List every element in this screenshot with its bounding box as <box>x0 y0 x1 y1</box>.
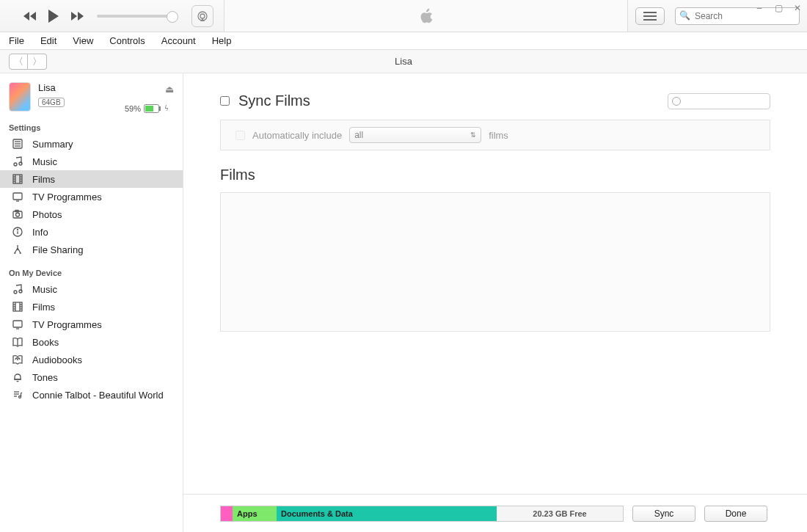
sidebar-settings-item-music[interactable]: Music <box>0 153 183 170</box>
list-view-button[interactable] <box>635 7 665 25</box>
nav-title: Lisa <box>395 56 412 67</box>
svg-rect-7 <box>145 106 153 112</box>
done-button[interactable]: Done <box>704 506 767 522</box>
sidebar-item-label: TV Programmes <box>32 192 102 203</box>
volume-slider[interactable] <box>97 15 174 18</box>
book-icon <box>12 336 23 348</box>
menu-account[interactable]: Account <box>158 34 199 48</box>
window-maximize[interactable]: ▢ <box>773 3 784 13</box>
main-pane: Sync Films Automatically include all ⇅ f… <box>183 73 807 532</box>
next-button[interactable] <box>69 8 85 24</box>
svg-point-33 <box>14 291 17 294</box>
charging-icon: ϟ <box>164 105 169 112</box>
sidebar-device-item-audiobooks[interactable]: Audiobooks <box>0 351 183 368</box>
svg-rect-2 <box>643 12 657 13</box>
sidebar-item-label: Films <box>32 302 55 313</box>
sidebar-device-item-tv-programmes[interactable]: TV Programmes <box>0 316 183 333</box>
tv-icon <box>12 191 23 203</box>
sidebar-device-item-books[interactable]: Books <box>0 333 183 351</box>
storage-seg-docs: Documents & Data <box>277 506 497 521</box>
films-icon <box>12 173 23 185</box>
storage-seg-free: 20.23 GB Free <box>497 506 623 521</box>
menu-view[interactable]: View <box>70 34 96 48</box>
battery-percent: 59% <box>125 104 141 113</box>
airplay-button[interactable] <box>191 5 213 27</box>
sidebar-item-label: Music <box>32 284 57 295</box>
sidebar-settings-item-summary[interactable]: Summary <box>0 135 183 153</box>
sidebar-settings-item-info[interactable]: Info <box>0 223 183 241</box>
sidebar-item-label: Books <box>32 337 59 348</box>
svg-point-26 <box>16 213 20 216</box>
sidebar-device-item-tones[interactable]: Tones <box>0 368 183 386</box>
play-button[interactable] <box>45 8 62 24</box>
menu-help[interactable]: Help <box>209 34 235 48</box>
sidebar-item-label: Audiobooks <box>32 354 82 365</box>
previous-button[interactable] <box>22 8 38 24</box>
nav-forward-button[interactable]: 〉 <box>28 54 47 70</box>
sidebar-header-device: On My Device <box>0 258 183 280</box>
storage-seg-apps: Apps <box>233 506 277 521</box>
svg-point-1 <box>200 14 205 18</box>
playlist-icon <box>12 389 23 401</box>
device-thumbnail-icon <box>9 82 31 112</box>
sidebar-device-item-music[interactable]: Music <box>0 280 183 298</box>
sidebar-device-item-films[interactable]: Films <box>0 298 183 316</box>
window-controls: – ▢ ✕ <box>754 3 803 13</box>
music-icon <box>12 283 23 295</box>
auto-include-bar: Automatically include all ⇅ films <box>220 120 770 150</box>
now-playing-panel <box>224 0 628 32</box>
storage-seg-other <box>221 506 233 521</box>
nav-back-button[interactable]: 〈 <box>9 54 28 70</box>
sidebar-item-label: Photos <box>32 209 62 220</box>
bottom-bar: Apps Documents & Data 20.23 GB Free Sync… <box>183 494 807 532</box>
storage-bar[interactable]: Apps Documents & Data 20.23 GB Free <box>220 506 624 522</box>
tv-icon <box>12 318 23 330</box>
svg-point-47 <box>17 359 18 360</box>
sidebar: Lisa 64GB ⏏ 59% ϟ Settings SummaryMusicF… <box>0 73 183 532</box>
films-search-input[interactable] <box>668 93 770 109</box>
window-close[interactable]: ✕ <box>792 3 803 13</box>
info-icon <box>12 226 23 238</box>
chevron-updown-icon: ⇅ <box>470 131 476 139</box>
auto-include-value: all <box>354 130 363 140</box>
window-minimize[interactable]: – <box>754 3 764 13</box>
sidebar-item-label: Summary <box>32 139 73 150</box>
sync-films-checkbox[interactable] <box>220 96 230 106</box>
films-list-box <box>220 192 770 332</box>
sync-films-title: Sync Films <box>238 92 310 109</box>
sidebar-item-label: Films <box>32 174 55 185</box>
sidebar-settings-item-file-sharing[interactable]: File Sharing <box>0 241 183 258</box>
sync-button[interactable]: Sync <box>632 506 695 522</box>
svg-rect-6 <box>159 106 161 111</box>
sidebar-item-label: Info <box>32 227 48 238</box>
films-icon <box>12 301 23 313</box>
menu-file[interactable]: File <box>6 34 27 48</box>
svg-point-34 <box>19 290 22 293</box>
svg-rect-4 <box>643 19 657 21</box>
bell-icon <box>12 371 23 383</box>
films-heading: Films <box>220 167 770 183</box>
sidebar-item-label: Tones <box>32 372 58 383</box>
menu-edit[interactable]: Edit <box>37 34 59 48</box>
battery-icon <box>144 104 161 113</box>
sidebar-item-label: TV Programmes <box>32 319 102 330</box>
eject-icon[interactable]: ⏏ <box>165 84 174 95</box>
svg-rect-44 <box>13 321 22 327</box>
apple-logo-icon <box>418 7 434 26</box>
sidebar-settings-item-films[interactable]: Films <box>0 170 183 188</box>
sidebar-header-settings: Settings <box>0 113 183 135</box>
sidebar-settings-item-tv-programmes[interactable]: TV Programmes <box>0 188 183 205</box>
svg-point-12 <box>14 163 17 166</box>
device-battery: 59% ϟ <box>125 104 169 113</box>
menu-controls[interactable]: Controls <box>106 34 147 48</box>
sidebar-device-item-connie-talbot-beautiful-world[interactable]: Connie Talbot - Beautiful World <box>0 386 183 404</box>
auto-include-select[interactable]: all ⇅ <box>349 127 481 143</box>
svg-point-13 <box>19 162 22 165</box>
player-toolbar: 🔍 – ▢ ✕ <box>0 0 807 32</box>
auto-include-pre: Automatically include <box>252 130 342 141</box>
auto-include-checkbox <box>235 131 245 140</box>
sidebar-settings-item-photos[interactable]: Photos <box>0 205 183 223</box>
sidebar-item-label: Music <box>32 156 57 167</box>
search-icon: 🔍 <box>679 10 690 21</box>
device-name: Lisa <box>38 82 158 93</box>
